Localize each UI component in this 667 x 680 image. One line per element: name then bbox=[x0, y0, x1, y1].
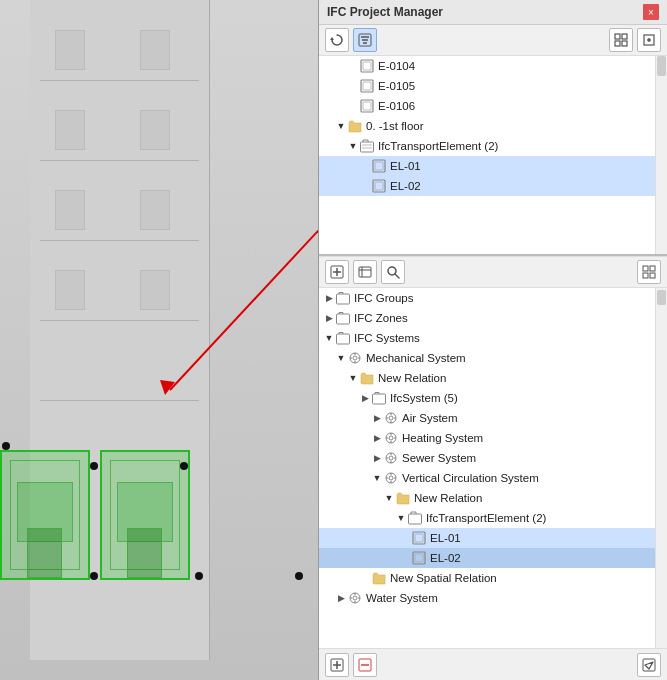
node-label-ifc-systems: IFC Systems bbox=[354, 332, 420, 344]
heating-icon bbox=[383, 430, 399, 446]
delete-icon bbox=[358, 658, 372, 672]
grid-button[interactable] bbox=[637, 260, 661, 284]
svg-rect-42 bbox=[337, 294, 350, 304]
svg-rect-17 bbox=[363, 82, 371, 90]
bottom-delete-button[interactable] bbox=[353, 653, 377, 677]
bottom-apply-button[interactable] bbox=[637, 653, 661, 677]
tree-node-air-system[interactable]: ▶ Air System bbox=[319, 408, 667, 428]
tree-node-new-relation-1[interactable]: ▼ New Relation bbox=[319, 368, 667, 388]
svg-rect-40 bbox=[643, 273, 648, 278]
search-button[interactable] bbox=[381, 260, 405, 284]
node-label-e0104: E-0104 bbox=[378, 60, 415, 72]
expand-icon-new-relation-1: ▼ bbox=[347, 372, 359, 384]
svg-rect-15 bbox=[363, 62, 371, 70]
tree-node-e0104[interactable]: E-0104 bbox=[319, 56, 667, 76]
tree-node-el02-top[interactable]: EL-02 bbox=[319, 176, 667, 196]
element-icon bbox=[359, 78, 375, 94]
svg-rect-50 bbox=[337, 334, 350, 344]
node-label-el02: EL-02 bbox=[390, 180, 421, 192]
tree-node-e0105[interactable]: E-0105 bbox=[319, 76, 667, 96]
svg-rect-9 bbox=[615, 41, 620, 46]
expand-icon-ifcsystem5: ▶ bbox=[359, 392, 371, 404]
grid-icon bbox=[642, 265, 656, 279]
refresh-button[interactable] bbox=[325, 28, 349, 52]
collapse-all-button[interactable] bbox=[637, 28, 661, 52]
group-icon bbox=[335, 290, 351, 306]
expand-icon-new-spatial bbox=[359, 572, 371, 584]
expand-icon-e0105 bbox=[347, 80, 359, 92]
expand-icon-el01b bbox=[399, 532, 411, 544]
add-relation-button[interactable] bbox=[325, 260, 349, 284]
svg-rect-19 bbox=[363, 102, 371, 110]
expand-icon bbox=[614, 33, 628, 47]
tree-node-new-relation-2[interactable]: ▼ New Relation bbox=[319, 488, 667, 508]
apply-icon bbox=[642, 658, 656, 672]
svg-point-55 bbox=[353, 356, 357, 360]
zones-icon bbox=[335, 310, 351, 326]
node-label-sewer: Sewer System bbox=[402, 452, 476, 464]
svg-rect-39 bbox=[650, 266, 655, 271]
tree-node-sewer[interactable]: ▶ Sewer System bbox=[319, 448, 667, 468]
search-icon bbox=[386, 265, 400, 279]
filter-icon bbox=[358, 33, 372, 47]
expand-icon-floor: ▼ bbox=[335, 120, 347, 132]
tree-node-transport[interactable]: ▼ IfcTransportElement (2) bbox=[319, 136, 667, 156]
expand-icon-el02b bbox=[399, 552, 411, 564]
tree-node-ifc-groups[interactable]: ▶ IFC Groups bbox=[319, 288, 667, 308]
folder-icon bbox=[347, 118, 363, 134]
node-label-vertical-circ: Vertical Circulation System bbox=[402, 472, 539, 484]
tree-node-el01-top[interactable]: EL-01 bbox=[319, 156, 667, 176]
spatial-folder-icon bbox=[371, 570, 387, 586]
node-label-heating: Heating System bbox=[402, 432, 483, 444]
add-icon bbox=[330, 265, 344, 279]
bottom-add-button[interactable] bbox=[325, 653, 349, 677]
tree-node-e0106[interactable]: E-0106 bbox=[319, 96, 667, 116]
svg-rect-88 bbox=[409, 514, 422, 524]
node-label-transport-2: IfcTransportElement (2) bbox=[426, 512, 546, 524]
tree-node-ifc-zones[interactable]: ▶ IFC Zones bbox=[319, 308, 667, 328]
expand-icon-air: ▶ bbox=[371, 412, 383, 424]
node-label-el01: EL-01 bbox=[390, 160, 421, 172]
svg-rect-60 bbox=[373, 394, 386, 404]
tree-node-ifcsystem5[interactable]: ▶ IfcSystem (5) bbox=[319, 388, 667, 408]
element-icon bbox=[371, 158, 387, 174]
tree-node-ifc-systems[interactable]: ▼ IFC Systems bbox=[319, 328, 667, 348]
node-label-new-spatial: New Spatial Relation bbox=[390, 572, 497, 584]
tree-node-new-spatial[interactable]: New Spatial Relation bbox=[319, 568, 667, 588]
svg-point-77 bbox=[389, 456, 393, 460]
expand-all-button[interactable] bbox=[609, 28, 633, 52]
mechanical-icon bbox=[347, 350, 363, 366]
viewport-3d bbox=[0, 0, 318, 680]
tree-node-floor[interactable]: ▼ 0. -1st floor bbox=[319, 116, 667, 136]
expand-icon-new-relation-2: ▼ bbox=[383, 492, 395, 504]
node-label-new-relation-1: New Relation bbox=[378, 372, 446, 384]
tree-node-el01-bottom[interactable]: EL-01 bbox=[319, 528, 667, 548]
bottom-add-icon bbox=[330, 658, 344, 672]
tree-node-heating[interactable]: ▶ Heating System bbox=[319, 428, 667, 448]
panel-title: IFC Project Manager bbox=[327, 5, 443, 19]
close-button[interactable]: × bbox=[643, 4, 659, 20]
svg-rect-93 bbox=[415, 534, 423, 542]
transport-elem-icon bbox=[407, 510, 423, 526]
air-system-icon bbox=[383, 410, 399, 426]
expand-icon-mechanical: ▼ bbox=[335, 352, 347, 364]
tree-node-el02-bottom[interactable]: EL-02 bbox=[319, 548, 667, 568]
tag-button[interactable] bbox=[353, 260, 377, 284]
water-system-icon bbox=[347, 590, 363, 606]
collapse-icon bbox=[642, 33, 656, 47]
tree-node-transport-2[interactable]: ▼ IfcTransportElement (2) bbox=[319, 508, 667, 528]
node-label-mechanical: Mechanical System bbox=[366, 352, 466, 364]
toolbar-mid bbox=[319, 256, 667, 288]
tree-node-vertical-circ[interactable]: ▼ Vertical Circulation System bbox=[319, 468, 667, 488]
folder-icon-3 bbox=[395, 490, 411, 506]
node-label-water-system: Water System bbox=[366, 592, 438, 604]
expand-icon-sewer: ▶ bbox=[371, 452, 383, 464]
element-icon-3 bbox=[411, 550, 427, 566]
node-label-floor: 0. -1st floor bbox=[366, 120, 424, 132]
tree-node-mechanical[interactable]: ▼ Mechanical System bbox=[319, 348, 667, 368]
tree-node-water-system[interactable]: ▶ Water System bbox=[319, 588, 667, 608]
node-label-new-relation-2: New Relation bbox=[414, 492, 482, 504]
expand-icon-el02 bbox=[359, 180, 371, 192]
panel-titlebar: IFC Project Manager × bbox=[319, 0, 667, 25]
filter-button[interactable] bbox=[353, 28, 377, 52]
